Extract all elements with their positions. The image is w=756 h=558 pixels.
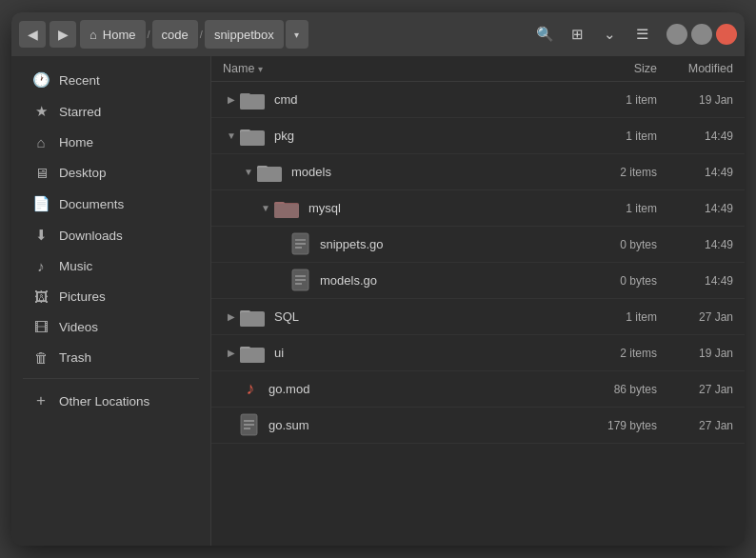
sidebar-divider	[23, 378, 199, 379]
sidebar-item-home[interactable]: ⌂ Home	[17, 128, 205, 157]
file-name-sql: SQL	[274, 309, 299, 324]
main-content: Name ▾ Size Modified ▶	[211, 56, 745, 546]
file-size-mysql: 1 item	[571, 202, 657, 215]
table-row[interactable]: ♪ go.mod 86 bytes 27 Jan	[211, 371, 745, 408]
downloads-label: Downloads	[59, 229, 123, 243]
col-name-label: Name	[223, 62, 254, 75]
back-button[interactable]: ◀	[19, 21, 46, 48]
sidebar-item-starred[interactable]: ★ Starred	[17, 96, 205, 127]
file-size-cmd: 1 item	[571, 93, 657, 107]
file-size-models: 2 items	[571, 166, 657, 179]
file-name-ui: ui	[274, 346, 284, 360]
home-icon: ⌂	[90, 28, 97, 42]
file-size-ui: 2 items	[571, 347, 657, 360]
documents-label: Documents	[59, 197, 124, 211]
search-button[interactable]: 🔍	[529, 19, 560, 50]
breadcrumb-dropdown-button[interactable]: ▾	[286, 20, 308, 49]
desktop-label: Desktop	[59, 166, 107, 180]
grid-view-button[interactable]: ⊞	[562, 19, 592, 50]
sidebar-item-recent[interactable]: 🕐 Recent	[17, 65, 205, 95]
downloads-icon: ⬇	[32, 227, 50, 244]
minimize-button[interactable]: —	[666, 24, 687, 45]
snippetbox-label: snippetbox	[214, 28, 274, 42]
snippetbox-breadcrumb[interactable]: snippetbox	[205, 20, 284, 49]
music-label: Music	[59, 259, 92, 273]
file-row-name: ▶ ui	[223, 343, 571, 364]
folder-icon-ui	[240, 343, 267, 364]
sidebar-item-trash[interactable]: 🗑 Trash	[17, 343, 205, 372]
folder-icon-mysql	[274, 198, 301, 219]
expand-arrow-pkg[interactable]: ▼	[223, 128, 240, 145]
breadcrumb-sep-2: /	[200, 29, 203, 40]
col-modified-header: Modified	[657, 62, 733, 75]
file-row-name: models.go	[223, 269, 571, 293]
view-options-button[interactable]: ⌄	[594, 19, 625, 50]
sort-arrow: ▾	[258, 64, 263, 74]
code-breadcrumb[interactable]: code	[152, 20, 198, 49]
file-size-snippets: 0 bytes	[571, 238, 657, 251]
table-row[interactable]: ▶ ui 2 items 19 Jan	[211, 335, 745, 371]
table-row[interactable]: ▶ cmd 1 item 19 Jan	[211, 82, 745, 118]
table-row[interactable]: go.sum 179 bytes 27 Jan	[211, 408, 745, 444]
file-icon-gomod: ♪	[240, 377, 261, 402]
file-name-gomod: go.mod	[269, 382, 309, 396]
file-date-mysql: 14:49	[657, 202, 733, 215]
file-date-snippets: 14:49	[657, 238, 733, 251]
maximize-button[interactable]: □	[691, 24, 712, 45]
col-modified-label: Modified	[688, 62, 733, 75]
table-row[interactable]: models.go 0 bytes 14:49	[211, 263, 745, 299]
sidebar-item-desktop[interactable]: 🖥 Desktop	[17, 158, 205, 188]
home-breadcrumb[interactable]: ⌂ Home	[80, 20, 146, 49]
sidebar: 🕐 Recent ★ Starred ⌂ Home 🖥 Desktop 📄 Do…	[11, 56, 211, 546]
expand-arrow-cmd[interactable]: ▶	[223, 91, 240, 109]
file-row-name: go.sum	[223, 413, 571, 438]
file-name-modelsgo: models.go	[320, 273, 377, 288]
table-row[interactable]: snippets.go 0 bytes 14:49	[211, 227, 745, 263]
expand-arrow-models[interactable]: ▼	[240, 164, 257, 181]
recent-icon: 🕐	[32, 71, 50, 89]
col-name-header[interactable]: Name ▾	[223, 62, 571, 75]
sidebar-item-documents[interactable]: 📄 Documents	[17, 189, 205, 219]
titlebar: ◀ ▶ ⌂ Home / code / snippetbox ▾ 🔍 ⊞ ⌄ ☰…	[11, 12, 745, 56]
sidebar-item-pictures[interactable]: 🖼 Pictures	[17, 282, 205, 311]
home-sidebar-label: Home	[59, 135, 93, 149]
table-row[interactable]: ▼ pkg 1 item 14:49	[211, 118, 745, 154]
videos-label: Videos	[59, 320, 98, 334]
file-row-name: ♪ go.mod	[223, 377, 571, 402]
col-size-label: Size	[634, 62, 657, 75]
file-list-header: Name ▾ Size Modified	[211, 56, 745, 82]
file-name-pkg: pkg	[274, 129, 294, 143]
file-date-ui: 19 Jan	[657, 347, 733, 360]
code-label: code	[162, 28, 189, 42]
music-note-icon: ♪	[247, 379, 255, 399]
folder-icon-sql	[240, 307, 267, 328]
videos-icon: 🎞	[32, 319, 50, 335]
expand-arrow-sql[interactable]: ▶	[223, 309, 240, 326]
table-row[interactable]: ▼ models 2 items 14:49	[211, 154, 745, 190]
file-manager-window: ◀ ▶ ⌂ Home / code / snippetbox ▾ 🔍 ⊞ ⌄ ☰…	[11, 12, 745, 546]
sidebar-item-downloads[interactable]: ⬇ Downloads	[17, 220, 205, 250]
expand-arrow-ui[interactable]: ▶	[223, 345, 240, 362]
sidebar-item-videos[interactable]: 🎞 Videos	[17, 312, 205, 342]
file-row-name: ▼ models	[223, 162, 571, 183]
table-row[interactable]: ▶ SQL 1 item 27 Jan	[211, 299, 745, 335]
other-locations-icon: +	[32, 391, 50, 410]
svg-rect-11	[274, 204, 299, 218]
recent-label: Recent	[59, 73, 100, 88]
svg-rect-8	[257, 168, 282, 182]
forward-button[interactable]: ▶	[50, 21, 76, 48]
window-controls: — □ ✕	[666, 24, 737, 45]
expand-arrow-mysql[interactable]: ▼	[257, 200, 274, 217]
file-date-models: 14:49	[657, 166, 733, 179]
col-size-header: Size	[571, 62, 657, 75]
table-row[interactable]: ▼ mysql 1 item 14:49	[211, 190, 745, 227]
other-locations-label: Other Locations	[59, 394, 149, 409]
file-icon-modelsgo	[291, 269, 312, 293]
documents-icon: 📄	[32, 195, 50, 212]
sidebar-item-music[interactable]: ♪ Music	[17, 251, 205, 281]
sidebar-item-other-locations[interactable]: + Other Locations	[17, 385, 205, 417]
close-button[interactable]: ✕	[716, 24, 737, 45]
breadcrumb-sep-1: /	[148, 29, 150, 40]
file-size-gosum: 179 bytes	[571, 419, 657, 432]
list-view-button[interactable]: ☰	[627, 19, 657, 50]
